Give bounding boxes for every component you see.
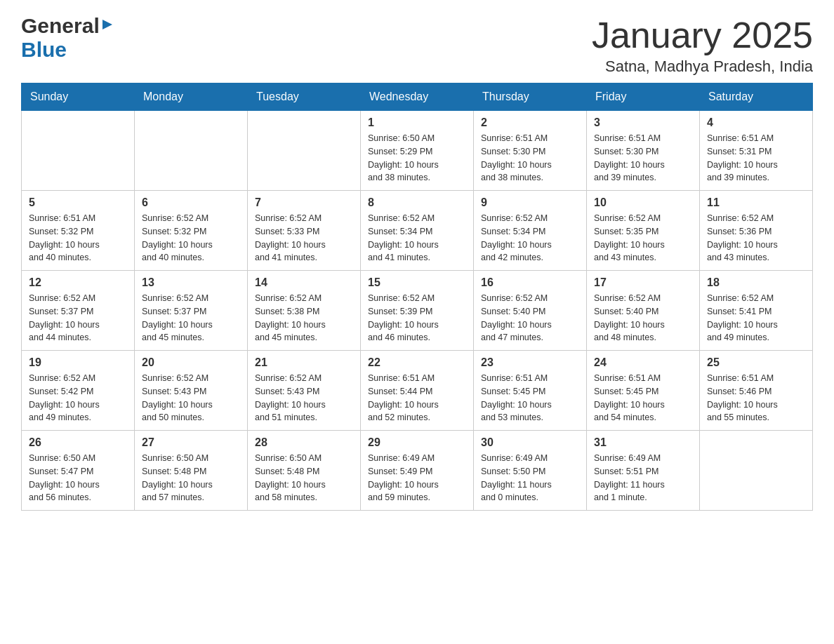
calendar-cell: 18Sunrise: 6:52 AM Sunset: 5:41 PM Dayli… [700, 271, 813, 351]
calendar-cell [700, 431, 813, 511]
day-number: 16 [481, 276, 579, 289]
calendar-cell [135, 111, 248, 191]
day-number: 24 [594, 356, 692, 369]
day-info: Sunrise: 6:52 AM Sunset: 5:37 PM Dayligh… [142, 292, 240, 344]
day-info: Sunrise: 6:52 AM Sunset: 5:33 PM Dayligh… [255, 212, 353, 264]
calendar-cell: 11Sunrise: 6:52 AM Sunset: 5:36 PM Dayli… [700, 191, 813, 271]
calendar-cell: 15Sunrise: 6:52 AM Sunset: 5:39 PM Dayli… [361, 271, 474, 351]
calendar-cell [248, 111, 361, 191]
day-number: 27 [142, 436, 240, 449]
title-block: January 2025 Satna, Madhya Pradesh, Indi… [592, 14, 813, 76]
day-number: 8 [368, 196, 466, 209]
calendar-header-friday: Friday [587, 83, 700, 111]
calendar-cell [22, 111, 135, 191]
page-header: General Blue January 2025 Satna, Madhya … [21, 14, 813, 76]
calendar-cell: 25Sunrise: 6:51 AM Sunset: 5:46 PM Dayli… [700, 351, 813, 431]
day-info: Sunrise: 6:51 AM Sunset: 5:31 PM Dayligh… [707, 132, 805, 185]
logo-blue: Blue [21, 38, 67, 61]
calendar-cell: 5Sunrise: 6:51 AM Sunset: 5:32 PM Daylig… [22, 191, 135, 271]
calendar-week-4: 19Sunrise: 6:52 AM Sunset: 5:42 PM Dayli… [22, 351, 813, 431]
logo-general: General [21, 14, 100, 38]
day-number: 29 [368, 436, 466, 449]
day-number: 5 [29, 196, 127, 209]
day-number: 10 [594, 196, 692, 209]
day-number: 6 [142, 196, 240, 209]
day-info: Sunrise: 6:50 AM Sunset: 5:29 PM Dayligh… [368, 132, 466, 185]
calendar-cell: 20Sunrise: 6:52 AM Sunset: 5:43 PM Dayli… [135, 351, 248, 431]
calendar-cell: 2Sunrise: 6:51 AM Sunset: 5:30 PM Daylig… [474, 111, 587, 191]
calendar-header-wednesday: Wednesday [361, 83, 474, 111]
day-info: Sunrise: 6:52 AM Sunset: 5:41 PM Dayligh… [707, 292, 805, 344]
calendar-cell: 6Sunrise: 6:52 AM Sunset: 5:32 PM Daylig… [135, 191, 248, 271]
calendar-header-monday: Monday [135, 83, 248, 111]
day-info: Sunrise: 6:51 AM Sunset: 5:30 PM Dayligh… [594, 132, 692, 185]
calendar-cell: 22Sunrise: 6:51 AM Sunset: 5:44 PM Dayli… [361, 351, 474, 431]
calendar-table: SundayMondayTuesdayWednesdayThursdayFrid… [21, 83, 813, 511]
calendar-cell: 16Sunrise: 6:52 AM Sunset: 5:40 PM Dayli… [474, 271, 587, 351]
calendar-cell: 3Sunrise: 6:51 AM Sunset: 5:30 PM Daylig… [587, 111, 700, 191]
calendar-cell: 1Sunrise: 6:50 AM Sunset: 5:29 PM Daylig… [361, 111, 474, 191]
day-info: Sunrise: 6:52 AM Sunset: 5:42 PM Dayligh… [29, 372, 127, 424]
day-info: Sunrise: 6:51 AM Sunset: 5:45 PM Dayligh… [594, 372, 692, 424]
calendar-cell: 9Sunrise: 6:52 AM Sunset: 5:34 PM Daylig… [474, 191, 587, 271]
calendar-header-row: SundayMondayTuesdayWednesdayThursdayFrid… [22, 83, 813, 111]
calendar-cell: 28Sunrise: 6:50 AM Sunset: 5:48 PM Dayli… [248, 431, 361, 511]
day-number: 11 [707, 196, 805, 209]
day-info: Sunrise: 6:52 AM Sunset: 5:40 PM Dayligh… [594, 292, 692, 344]
day-info: Sunrise: 6:49 AM Sunset: 5:51 PM Dayligh… [594, 452, 692, 504]
day-info: Sunrise: 6:52 AM Sunset: 5:39 PM Dayligh… [368, 292, 466, 344]
calendar-cell: 4Sunrise: 6:51 AM Sunset: 5:31 PM Daylig… [700, 111, 813, 191]
day-number: 20 [142, 356, 240, 369]
day-info: Sunrise: 6:51 AM Sunset: 5:45 PM Dayligh… [481, 372, 579, 424]
logo: General Blue [21, 14, 114, 62]
day-info: Sunrise: 6:52 AM Sunset: 5:32 PM Dayligh… [142, 212, 240, 264]
calendar-cell: 8Sunrise: 6:52 AM Sunset: 5:34 PM Daylig… [361, 191, 474, 271]
calendar-header-sunday: Sunday [22, 83, 135, 111]
day-number: 17 [594, 276, 692, 289]
calendar-cell: 31Sunrise: 6:49 AM Sunset: 5:51 PM Dayli… [587, 431, 700, 511]
day-info: Sunrise: 6:49 AM Sunset: 5:50 PM Dayligh… [481, 452, 579, 504]
svg-marker-0 [102, 20, 112, 29]
day-number: 31 [594, 436, 692, 449]
day-number: 13 [142, 276, 240, 289]
day-info: Sunrise: 6:50 AM Sunset: 5:48 PM Dayligh… [255, 452, 353, 504]
day-number: 2 [481, 116, 579, 129]
calendar-week-2: 5Sunrise: 6:51 AM Sunset: 5:32 PM Daylig… [22, 191, 813, 271]
day-number: 23 [481, 356, 579, 369]
day-info: Sunrise: 6:52 AM Sunset: 5:38 PM Dayligh… [255, 292, 353, 344]
day-info: Sunrise: 6:52 AM Sunset: 5:34 PM Dayligh… [481, 212, 579, 264]
day-info: Sunrise: 6:51 AM Sunset: 5:44 PM Dayligh… [368, 372, 466, 424]
day-info: Sunrise: 6:52 AM Sunset: 5:36 PM Dayligh… [707, 212, 805, 264]
day-info: Sunrise: 6:52 AM Sunset: 5:40 PM Dayligh… [481, 292, 579, 344]
calendar-cell: 23Sunrise: 6:51 AM Sunset: 5:45 PM Dayli… [474, 351, 587, 431]
day-number: 15 [368, 276, 466, 289]
day-info: Sunrise: 6:52 AM Sunset: 5:35 PM Dayligh… [594, 212, 692, 264]
calendar-cell: 19Sunrise: 6:52 AM Sunset: 5:42 PM Dayli… [22, 351, 135, 431]
calendar-cell: 26Sunrise: 6:50 AM Sunset: 5:47 PM Dayli… [22, 431, 135, 511]
day-info: Sunrise: 6:52 AM Sunset: 5:34 PM Dayligh… [368, 212, 466, 264]
day-number: 7 [255, 196, 353, 209]
calendar-cell: 30Sunrise: 6:49 AM Sunset: 5:50 PM Dayli… [474, 431, 587, 511]
month-title: January 2025 [592, 14, 813, 56]
calendar-week-5: 26Sunrise: 6:50 AM Sunset: 5:47 PM Dayli… [22, 431, 813, 511]
day-number: 19 [29, 356, 127, 369]
day-info: Sunrise: 6:49 AM Sunset: 5:49 PM Dayligh… [368, 452, 466, 504]
calendar-cell: 29Sunrise: 6:49 AM Sunset: 5:49 PM Dayli… [361, 431, 474, 511]
calendar-header-thursday: Thursday [474, 83, 587, 111]
day-info: Sunrise: 6:51 AM Sunset: 5:32 PM Dayligh… [29, 212, 127, 264]
calendar-cell: 13Sunrise: 6:52 AM Sunset: 5:37 PM Dayli… [135, 271, 248, 351]
day-info: Sunrise: 6:52 AM Sunset: 5:37 PM Dayligh… [29, 292, 127, 344]
day-number: 26 [29, 436, 127, 449]
calendar-cell: 12Sunrise: 6:52 AM Sunset: 5:37 PM Dayli… [22, 271, 135, 351]
calendar-cell: 21Sunrise: 6:52 AM Sunset: 5:43 PM Dayli… [248, 351, 361, 431]
day-number: 1 [368, 116, 466, 129]
calendar-header-tuesday: Tuesday [248, 83, 361, 111]
calendar-week-3: 12Sunrise: 6:52 AM Sunset: 5:37 PM Dayli… [22, 271, 813, 351]
day-number: 9 [481, 196, 579, 209]
calendar-cell: 14Sunrise: 6:52 AM Sunset: 5:38 PM Dayli… [248, 271, 361, 351]
calendar-cell: 17Sunrise: 6:52 AM Sunset: 5:40 PM Dayli… [587, 271, 700, 351]
day-number: 18 [707, 276, 805, 289]
location-title: Satna, Madhya Pradesh, India [592, 58, 813, 76]
day-info: Sunrise: 6:52 AM Sunset: 5:43 PM Dayligh… [142, 372, 240, 424]
day-number: 3 [594, 116, 692, 129]
